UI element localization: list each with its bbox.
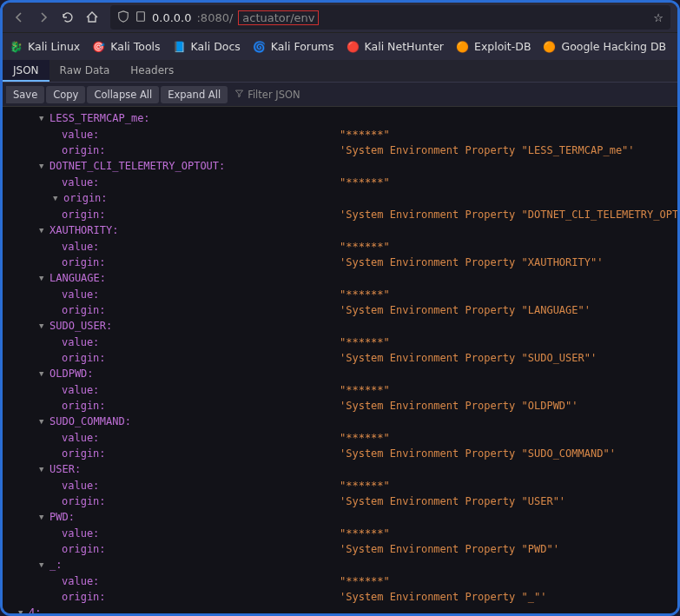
bookmark-star-icon[interactable]: ☆ bbox=[653, 11, 663, 24]
tree-row: ▼LANGUAGE: bbox=[3, 270, 677, 287]
json-key-value: value: bbox=[62, 527, 99, 540]
url-host: 0.0.0.0 bbox=[152, 11, 191, 24]
disclosure-triangle-icon[interactable]: ▼ bbox=[39, 318, 48, 334]
tab-json[interactable]: JSON bbox=[3, 60, 50, 82]
bookmark-icon: 🐉 bbox=[10, 41, 23, 53]
json-key-origin: origin: bbox=[62, 209, 106, 221]
disclosure-triangle-icon[interactable]: ▼ bbox=[39, 557, 48, 573]
forward-button[interactable] bbox=[34, 8, 53, 27]
bookmark-item[interactable]: 🟠Exploit-DB bbox=[456, 40, 531, 53]
json-key-origin: origin: bbox=[62, 144, 106, 156]
disclosure-triangle-icon[interactable]: ▼ bbox=[39, 222, 48, 238]
bookmark-label: Exploit-DB bbox=[474, 40, 531, 53]
json-value: 'System Environment Property "OLDPWD"' bbox=[340, 398, 578, 414]
disclosure-triangle-icon[interactable]: ▼ bbox=[39, 366, 48, 381]
json-value: "******" bbox=[340, 127, 390, 142]
disclosure-triangle-icon[interactable]: ▼ bbox=[39, 509, 48, 525]
tree-row: ▼DOTNET_CLI_TELEMETRY_OPTOUT: bbox=[3, 158, 677, 175]
tree-row: value:"******" bbox=[3, 478, 677, 493]
json-value: 'System Environment Property "_"' bbox=[340, 589, 546, 605]
actions-bar: Save Copy Collapse All Expand All Filter… bbox=[3, 83, 677, 107]
filter-input[interactable]: Filter JSON bbox=[234, 89, 300, 101]
json-key-value: value: bbox=[62, 384, 99, 396]
bookmark-icon: 🌀 bbox=[253, 41, 266, 53]
copy-button[interactable]: Copy bbox=[46, 86, 85, 103]
disclosure-triangle-icon[interactable]: ▼ bbox=[53, 190, 62, 206]
json-key-value: value: bbox=[62, 288, 99, 301]
reload-button[interactable] bbox=[58, 8, 77, 27]
bookmark-item[interactable]: 🟠Google Hacking DB bbox=[543, 40, 666, 53]
home-button[interactable] bbox=[83, 8, 102, 27]
bookmark-label: Kali Linux bbox=[28, 40, 80, 53]
tree-row: value:"******" bbox=[3, 382, 677, 398]
disclosure-triangle-icon[interactable]: ▼ bbox=[39, 158, 48, 174]
tree-row: ▼XAUTHORITY: bbox=[3, 222, 677, 239]
tree-row: ▼_: bbox=[3, 557, 677, 573]
json-key: _: bbox=[50, 557, 62, 573]
json-key-origin: origin: bbox=[62, 543, 106, 555]
tree-row: ▼SUDO_USER: bbox=[3, 318, 677, 334]
json-value: 'System Environment Property "SUDO_COMMA… bbox=[340, 446, 616, 461]
disclosure-triangle-icon[interactable]: ▼ bbox=[18, 605, 27, 616]
disclosure-triangle-icon[interactable]: ▼ bbox=[39, 461, 48, 477]
disclosure-triangle-icon[interactable]: ▼ bbox=[39, 110, 48, 126]
disclosure-triangle-icon[interactable]: ▼ bbox=[39, 270, 48, 286]
tree-row: value:"******" bbox=[3, 430, 677, 446]
json-key-index: 4: bbox=[29, 605, 41, 616]
json-value: 'System Environment Property "LANGUAGE"' bbox=[340, 302, 591, 318]
tree-row: origin:'System Environment Property "OLD… bbox=[3, 398, 677, 414]
expand-all-button[interactable]: Expand All bbox=[161, 86, 228, 103]
browser-toolbar: 0.0.0.0:8080/actuator/env ☆ bbox=[3, 3, 677, 32]
json-key-value: value: bbox=[62, 129, 99, 141]
tree-row: value:"******" bbox=[3, 334, 677, 350]
json-key-value: value: bbox=[62, 432, 99, 444]
tree-row: ▼LESS_TERMCAP_me: bbox=[3, 110, 677, 127]
json-key: LANGUAGE: bbox=[50, 270, 106, 286]
json-key: DOTNET_CLI_TELEMETRY_OPTOUT: bbox=[50, 158, 225, 174]
json-value: "******" bbox=[340, 287, 390, 302]
json-value: "******" bbox=[340, 239, 390, 255]
tab-headers[interactable]: Headers bbox=[120, 60, 184, 82]
disclosure-triangle-icon[interactable]: ▼ bbox=[39, 414, 48, 429]
save-button[interactable]: Save bbox=[6, 86, 44, 103]
bookmark-item[interactable]: 🐉Kali Linux bbox=[10, 40, 80, 53]
json-value: 'System Environment Property "USER"' bbox=[340, 493, 565, 509]
json-key: SUDO_COMMAND: bbox=[50, 414, 131, 429]
tab-raw-data[interactable]: Raw Data bbox=[50, 60, 121, 82]
tree-row: ▼SUDO_COMMAND: bbox=[3, 414, 677, 430]
bookmark-item[interactable]: 🎯Kali Tools bbox=[92, 40, 160, 53]
bookmarks-bar: 🐉Kali Linux🎯Kali Tools📘Kali Docs🌀Kali Fo… bbox=[3, 32, 677, 60]
tree-row: origin:'System Environment Property "_"' bbox=[3, 589, 677, 605]
tree-row: origin:'System Environment Property "LES… bbox=[3, 142, 677, 158]
back-button[interactable] bbox=[10, 8, 29, 27]
json-value: 'System Environment Property "SUDO_USER"… bbox=[340, 350, 597, 366]
tree-row: origin:'System Environment Property "XAU… bbox=[3, 255, 677, 270]
json-value: "******" bbox=[340, 430, 390, 446]
json-value: "******" bbox=[340, 334, 390, 350]
json-key-value: value: bbox=[62, 575, 99, 587]
json-key: OLDPWD: bbox=[50, 366, 94, 381]
bookmark-icon: 🟠 bbox=[456, 41, 469, 53]
json-key-origin: origin: bbox=[63, 190, 108, 206]
json-key: XAUTHORITY: bbox=[50, 222, 118, 238]
bookmark-item[interactable]: 🔴Kali NetHunter bbox=[347, 40, 444, 53]
json-key-origin: origin: bbox=[62, 400, 106, 412]
bookmark-label: Kali Docs bbox=[191, 40, 241, 53]
tree-row: ▼origin: bbox=[3, 190, 677, 207]
bookmark-item[interactable]: 📘Kali Docs bbox=[173, 40, 241, 53]
url-port: :8080/ bbox=[196, 11, 233, 24]
url-bar[interactable]: 0.0.0.0:8080/actuator/env ☆ bbox=[110, 5, 670, 30]
json-key-value: value: bbox=[62, 241, 99, 253]
bookmark-icon: 🔴 bbox=[347, 41, 360, 53]
json-key-origin: origin: bbox=[62, 447, 106, 460]
json-value: "******" bbox=[340, 175, 390, 190]
tree-row: ▼4: bbox=[3, 605, 677, 616]
tree-row: origin:'System Environment Property "SUD… bbox=[3, 446, 677, 461]
collapse-all-button[interactable]: Collapse All bbox=[87, 86, 159, 103]
json-value: "******" bbox=[340, 526, 390, 541]
bookmark-item[interactable]: 🌀Kali Forums bbox=[253, 40, 334, 53]
json-key-origin: origin: bbox=[62, 256, 106, 268]
tree-row: origin:'System Environment Property "USE… bbox=[3, 493, 677, 509]
tree-row: origin:'System Environment Property "SUD… bbox=[3, 350, 677, 366]
json-key: USER: bbox=[50, 461, 81, 477]
